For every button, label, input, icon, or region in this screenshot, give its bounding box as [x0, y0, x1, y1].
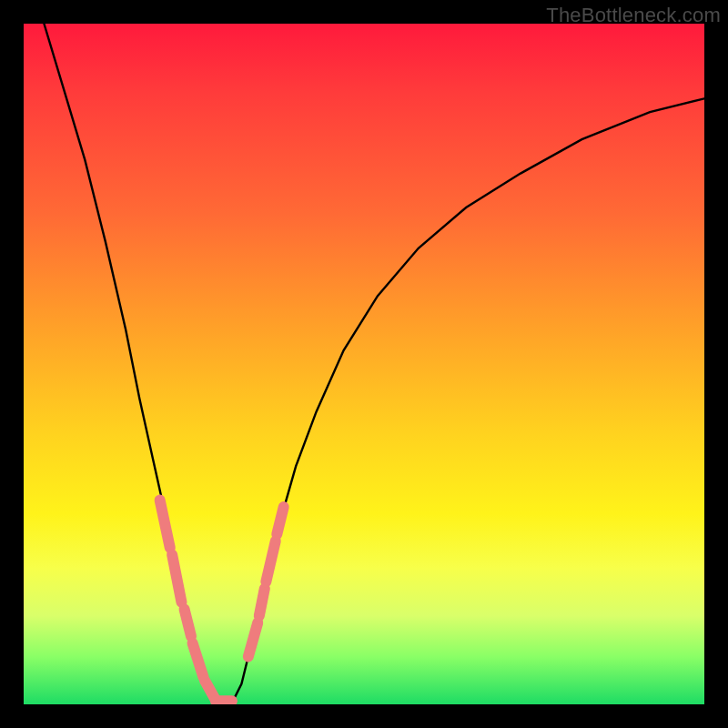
- chart-frame: TheBottleneck.com: [0, 0, 728, 728]
- highlight-segment: [172, 554, 181, 602]
- highlight-markers: [160, 500, 284, 702]
- highlight-segment: [266, 541, 276, 582]
- highlight-segment: [160, 500, 170, 548]
- highlight-segment: [185, 609, 192, 636]
- highlight-segment: [277, 507, 283, 534]
- highlight-segment: [193, 643, 204, 677]
- highlight-segment: [248, 622, 258, 656]
- highlight-segment: [259, 589, 265, 616]
- curve-path: [44, 24, 704, 704]
- highlight-segment: [205, 681, 214, 698]
- chart-svg: [24, 24, 704, 704]
- plot-area: [24, 24, 704, 704]
- bottleneck-curve: [44, 24, 704, 704]
- watermark-text: TheBottleneck.com: [546, 4, 721, 27]
